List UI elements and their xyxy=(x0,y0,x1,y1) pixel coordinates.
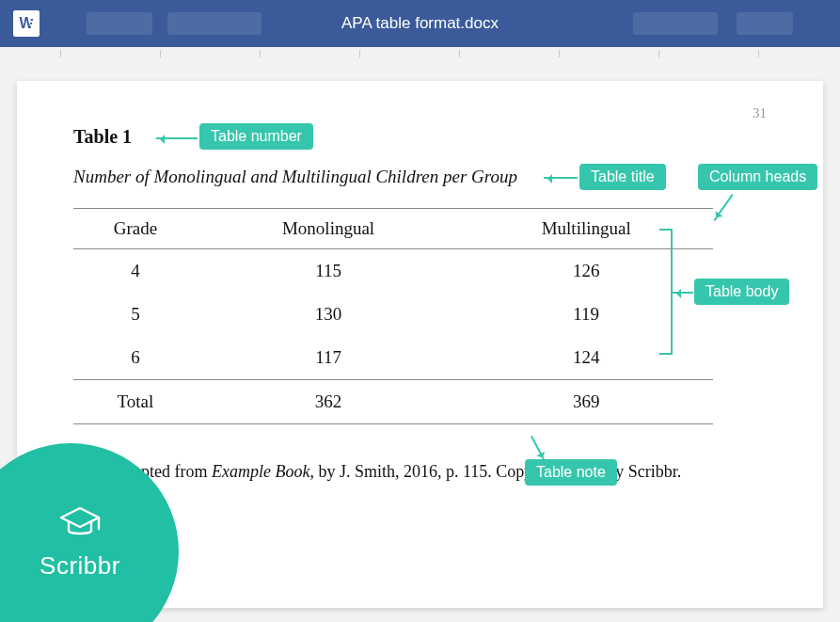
table-note: Note. Adapted from Example Book, by J. S… xyxy=(73,462,767,482)
titlebar: W APA table format.docx xyxy=(0,0,840,47)
graduation-cap-icon xyxy=(57,504,103,546)
table-row: 6 117 124 xyxy=(73,336,713,380)
document-filename: APA table format.docx xyxy=(341,14,499,33)
bracket-icon xyxy=(659,229,673,355)
column-head: Grade xyxy=(73,209,198,249)
annotation-table-body: Table body xyxy=(694,279,789,305)
table-row: 5 130 119 xyxy=(73,293,713,336)
table-header-row: Grade Monolingual Multilingual xyxy=(73,209,713,249)
annotation-column-heads: Column heads xyxy=(698,164,817,190)
arrow-icon xyxy=(713,194,733,221)
annotation-table-note: Table note xyxy=(525,459,617,486)
titlebar-placeholder xyxy=(87,12,152,35)
titlebar-placeholder xyxy=(633,12,718,35)
arrow-icon xyxy=(531,436,546,461)
titlebar-placeholder xyxy=(167,12,262,35)
page-number: 31 xyxy=(753,105,767,121)
arrow-icon xyxy=(156,137,198,139)
table-number: Table 1 xyxy=(73,126,132,147)
arrow-icon xyxy=(673,292,693,294)
titlebar-placeholder xyxy=(737,12,793,35)
arrow-icon xyxy=(544,177,578,179)
apa-table: Grade Monolingual Multilingual 4 115 126… xyxy=(73,208,713,424)
word-icon: W xyxy=(13,10,40,37)
table-total-row: Total 362 369 xyxy=(73,380,713,424)
brand-name: Scribbr xyxy=(40,551,120,581)
table-row: 4 115 126 xyxy=(73,249,713,294)
note-book-title: Example Book xyxy=(212,462,309,481)
annotation-table-title: Table title xyxy=(579,164,666,190)
column-head: Monolingual xyxy=(198,209,460,249)
annotation-table-number: Table number xyxy=(199,123,313,150)
ruler xyxy=(0,47,840,62)
column-head: Multilingual xyxy=(459,209,713,249)
